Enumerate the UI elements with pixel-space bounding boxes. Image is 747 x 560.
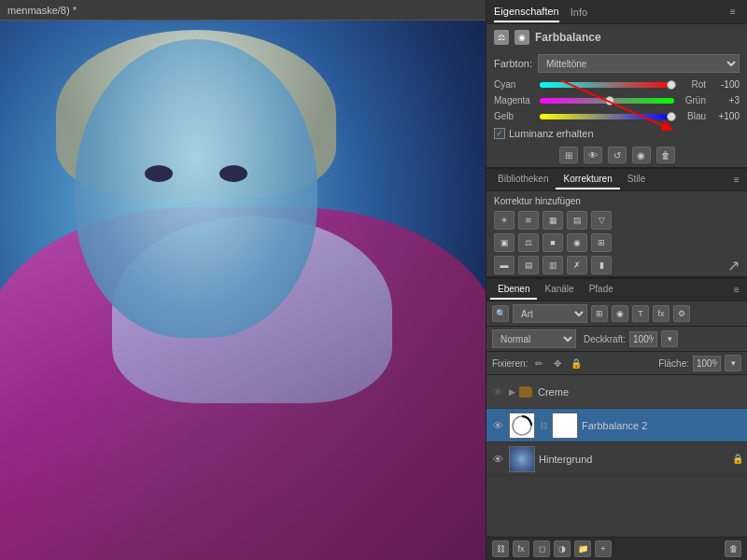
luminanz-row: ✓ Luminanz erhalten — [486, 124, 747, 143]
new-layer-btn[interactable]: + — [595, 540, 612, 557]
props-menu-btn[interactable]: ≡ — [726, 6, 740, 19]
korr-gradient-icon[interactable]: ▽ — [591, 211, 612, 230]
creme-visibility-btn[interactable]: 👁 — [490, 385, 505, 399]
gelb-blau-thumb[interactable] — [667, 112, 676, 121]
korr-balance-icon[interactable]: ⚖ — [518, 233, 539, 252]
korrekturen-menu-btn[interactable]: ≡ — [730, 174, 743, 187]
new-group-layer-btn[interactable]: 📁 — [574, 540, 591, 557]
view-btn[interactable]: ◉ — [632, 147, 651, 163]
fix-move-btn[interactable]: ✥ — [550, 356, 565, 371]
korr-black-icon[interactable]: ■ — [543, 233, 563, 252]
magenta-gruen-thumb[interactable] — [605, 96, 614, 105]
prev-state-btn[interactable]: ⊞ — [559, 147, 578, 163]
search-icon-btn[interactable]: 🔍 — [492, 305, 509, 322]
tab-eigenschaften[interactable]: Eigenschaften — [494, 2, 559, 22]
korr-cross-icon[interactable]: ✗ — [567, 256, 587, 274]
farbbalance2-visibility-btn[interactable]: 👁 — [490, 418, 505, 433]
gelb-label: Gelb — [494, 111, 536, 121]
korr-bar-icon[interactable]: ▮ — [591, 256, 612, 274]
adj-btn[interactable]: ⚙ — [673, 305, 690, 322]
korr-brightness-icon[interactable]: ☀ — [494, 211, 514, 230]
properties-panel: Eigenschaften Info ≡ ⚖ ◉ Farbbalance Far… — [486, 0, 747, 169]
new-group-btn[interactable]: ⊞ — [591, 305, 608, 322]
tab-pfade[interactable]: Pfade — [582, 280, 621, 300]
tab-korrekturen[interactable]: Korrekturen — [556, 170, 619, 189]
layers-list: 👁 ▶ Creme 👁 ⛓ Farbbalance 2 — [486, 375, 747, 537]
magenta-gruen-row: Magenta Grün +3 — [486, 92, 747, 108]
magenta-label: Magenta — [494, 95, 536, 105]
fx-btn[interactable]: fx — [653, 305, 669, 322]
tab-stile[interactable]: Stile — [620, 170, 653, 189]
link-layers-btn[interactable]: ⛓ — [492, 540, 509, 557]
deckkraft-input[interactable] — [629, 331, 657, 347]
korrektur-header: Korrektur hinzufügen — [486, 191, 747, 209]
flaeche-arrow[interactable]: ▾ — [725, 355, 741, 371]
magenta-gruen-value: +3 — [710, 95, 740, 105]
bib-korrekturen-tabs: Bibliotheken Korrekturen Stile ≡ — [486, 169, 747, 191]
korr-curves-icon[interactable]: ≋ — [518, 211, 539, 230]
cyan-label: Cyan — [494, 79, 536, 90]
hintergrund-lock-icon: 🔒 — [732, 454, 743, 464]
right-panel: Eigenschaften Info ≡ ⚖ ◉ Farbbalance Far… — [486, 0, 747, 560]
image-title: menmaske/8) * — [7, 5, 77, 16]
korr-levels-icon[interactable]: ▦ — [543, 211, 563, 230]
reset-btn[interactable]: ↺ — [608, 147, 627, 163]
photo-background — [0, 21, 486, 560]
gelb-blau-slider[interactable] — [540, 114, 674, 119]
visibility-btn[interactable]: 👁 — [584, 147, 602, 163]
add-style-btn[interactable]: fx — [513, 540, 529, 557]
add-mask-btn[interactable]: ◻ — [533, 540, 550, 557]
cyan-rot-row: Cyan Rot -100 — [486, 77, 747, 92]
cyan-rot-value: -100 — [710, 79, 740, 90]
cyan-rot-slider[interactable] — [540, 82, 674, 88]
korr-hue-icon[interactable]: ▣ — [494, 233, 514, 252]
korr-exposure-icon[interactable]: ▤ — [567, 211, 587, 230]
korr-rect-icon[interactable]: ▬ — [494, 256, 514, 274]
blend-opacity-row: Normal Deckkraft: ▾ — [486, 327, 747, 352]
deckkraft-arrow[interactable]: ▾ — [661, 330, 678, 347]
fix-lock-btn[interactable]: 🔒 — [569, 356, 584, 371]
korr-lines-icon[interactable]: ▤ — [518, 256, 539, 274]
fix-pos-btn[interactable]: ✏ — [531, 356, 546, 371]
delete-btn[interactable]: 🗑 — [656, 147, 675, 163]
farbbalance2-chain-icon: ⛓ — [539, 419, 548, 432]
korr-grid-icon[interactable]: ⊞ — [591, 233, 612, 252]
flaeche-input[interactable] — [693, 356, 721, 371]
deckkraft-label: Deckkraft: — [584, 334, 626, 344]
farbton-select[interactable]: Mitteltöne Schatten Lichter — [538, 54, 740, 73]
korrektur-icons-row1: ☀ ≋ ▦ ▤ ▽ — [486, 209, 747, 231]
hintergrund-visibility-btn[interactable]: 👁 — [490, 452, 505, 467]
korr-cursor-icon: ↗ — [727, 257, 740, 274]
properties-toolbar: ⊞ 👁 ↺ ◉ 🗑 — [486, 143, 747, 168]
farbbalance-scale-icon: ⚖ — [494, 30, 509, 45]
layer-creme[interactable]: 👁 ▶ Creme — [486, 375, 747, 409]
cyan-rot-thumb[interactable] — [667, 80, 676, 90]
magenta-gruen-slider[interactable] — [540, 98, 674, 104]
creme-expand-arrow[interactable]: ▶ — [509, 387, 515, 397]
luminanz-checkbox[interactable]: ✓ — [494, 128, 505, 139]
eye-left — [145, 165, 173, 182]
korr-fill-icon[interactable]: ▥ — [543, 256, 563, 274]
layer-farbbalance2[interactable]: 👁 ⛓ Farbbalance 2 — [486, 409, 747, 442]
korr-channel-icon[interactable]: ◉ — [567, 233, 587, 252]
farbton-label: Farbton: — [494, 58, 532, 69]
farbbalance-title: Farbbalance — [535, 31, 601, 44]
korrekturen-section: Bibliotheken Korrekturen Stile ≡ Korrekt… — [486, 169, 747, 277]
art-select[interactable]: Art — [513, 304, 587, 323]
tab-info[interactable]: Info — [571, 3, 587, 21]
sliders-container: Cyan Rot -100 Magenta Grün +3 Gelb — [486, 77, 747, 124]
channel-btn[interactable]: ◉ — [612, 305, 628, 322]
blend-mode-select[interactable]: Normal — [492, 329, 576, 348]
layer-hintergrund[interactable]: 👁 Hintergrund 🔒 — [486, 442, 747, 476]
text-btn[interactable]: T — [632, 305, 649, 322]
face-shape — [75, 39, 317, 338]
delete-layer-btn[interactable]: 🗑 — [725, 540, 741, 557]
layers-menu-btn[interactable]: ≡ — [730, 284, 743, 297]
tab-ebenen[interactable]: Ebenen — [490, 280, 537, 300]
new-adj-layer-btn[interactable]: ◑ — [554, 540, 571, 557]
layers-tabs: Ebenen Kanäle Pfade ≡ — [486, 279, 747, 301]
props-tabs: Eigenschaften Info ≡ — [486, 0, 747, 24]
tab-kanaele[interactable]: Kanäle — [537, 280, 581, 300]
tab-bibliotheken[interactable]: Bibliotheken — [490, 170, 556, 189]
luminanz-label: Luminanz erhalten — [509, 128, 594, 139]
